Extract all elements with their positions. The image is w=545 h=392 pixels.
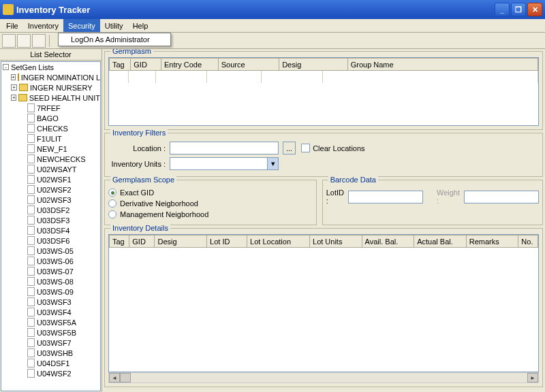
list-selector-pane: List Selector -SetGen Lists+INGER NOMINA… (0, 49, 102, 392)
tree-view[interactable]: -SetGen Lists+INGER NOMINATION LIS+INGER… (1, 61, 101, 391)
germ-col-header[interactable]: Source (218, 59, 279, 71)
close-button[interactable]: ✕ (527, 3, 542, 16)
tree-item[interactable]: U03WSF5A (1, 317, 100, 327)
tree-item[interactable]: U03WS-08 (1, 276, 100, 287)
tree-item[interactable]: U03DSF3 (1, 215, 100, 225)
barcode-data-group: Barcode Data LotID : Weight : (322, 180, 543, 225)
tree-item[interactable]: U02WSF2 (1, 184, 100, 195)
tree-item[interactable]: U03WS-07 (1, 266, 100, 276)
radio-exact-gid[interactable] (108, 189, 116, 197)
germplasm-title: Germplasm (110, 49, 153, 55)
horizontal-scrollbar[interactable]: ◄ ► (108, 372, 539, 383)
inv-details-title: Inventory Details (110, 224, 170, 232)
scroll-left-button[interactable]: ◄ (109, 373, 120, 382)
germ-col-header[interactable]: GID (131, 59, 161, 71)
scroll-right-button[interactable]: ► (527, 373, 538, 382)
window-title: Inventory Tracker (16, 5, 493, 15)
menu-logon-admin[interactable]: LogOn As Administrator (59, 33, 170, 46)
menu-help[interactable]: Help (128, 19, 153, 32)
detail-col-header[interactable]: Lot Location (247, 235, 310, 248)
chevron-down-icon[interactable]: ▾ (267, 158, 278, 169)
lotid-input[interactable] (348, 191, 423, 203)
toolbar-button-2[interactable] (17, 34, 31, 48)
inventory-filters-group: Inventory Filters Location : ... Clear L… (104, 133, 543, 177)
germ-col-header[interactable]: Desig (279, 59, 348, 71)
germplasm-scope-group: Germplasm Scope Exact GID Derivative Nei… (104, 180, 317, 225)
tree-folder[interactable]: +INGER NURSERY (1, 82, 100, 93)
germplasm-group: Germplasm TagGIDEntry CodeSourceDesigGro… (104, 51, 543, 130)
title-bar: Inventory Tracker _ ❐ ✕ (0, 0, 545, 19)
app-icon (3, 4, 14, 15)
tree-item[interactable]: F1ULIT (1, 133, 100, 144)
germ-col-header[interactable]: Entry Code (161, 59, 218, 71)
tree-item[interactable]: CHECKS (1, 123, 100, 133)
management-label: Management Neigborhood (120, 210, 208, 218)
tree-root[interactable]: -SetGen Lists (1, 62, 100, 72)
tree-item[interactable]: NEW_F1 (1, 144, 100, 154)
detail-col-header[interactable]: Avail. Bal. (362, 235, 414, 248)
germ-col-header[interactable]: Tag (110, 59, 131, 71)
toolbar-button-3[interactable] (32, 34, 46, 48)
browse-location-button[interactable]: ... (283, 142, 296, 154)
detail-col-header[interactable]: Remarks (466, 235, 518, 248)
radio-derivative[interactable] (108, 199, 116, 208)
tree-item[interactable]: 7RFEF (1, 103, 100, 113)
weight-input[interactable] (464, 191, 539, 203)
menu-bar: File Inventory Security Utility Help Log… (0, 19, 545, 33)
tree-item[interactable]: U03WS-05 (1, 246, 100, 256)
tree-item[interactable]: BAGO (1, 113, 100, 123)
menu-inventory[interactable]: Inventory (23, 19, 63, 32)
tree-item[interactable]: U03DSF6 (1, 235, 100, 246)
scroll-thumb[interactable] (120, 373, 131, 382)
inventory-details-group: Inventory Details TagGIDDesigLot IDLot L… (104, 228, 543, 387)
weight-label: Weight : (423, 189, 464, 205)
radio-management[interactable] (108, 210, 116, 218)
inventory-details-grid[interactable]: TagGIDDesigLot IDLot LocationLot UnitsAv… (108, 234, 539, 372)
lotid-label: LotID : (326, 189, 348, 205)
detail-col-header[interactable]: Tag (110, 235, 129, 248)
tree-item[interactable]: U03WSHB (1, 348, 100, 358)
location-label: Location : (108, 144, 170, 152)
exact-gid-label: Exact GID (120, 189, 154, 197)
tree-item[interactable]: NEWCHECKS (1, 154, 100, 164)
detail-col-header[interactable]: No. (518, 235, 538, 248)
tree-folder[interactable]: +INGER NOMINATION LIS (1, 72, 100, 82)
detail-col-header[interactable]: Lot Units (310, 235, 362, 248)
tree-item[interactable]: U03WSF4 (1, 307, 100, 317)
menu-security[interactable]: Security (63, 19, 100, 32)
detail-col-header[interactable]: Lot ID (207, 235, 247, 248)
tree-item[interactable]: U03WSF7 (1, 338, 100, 348)
list-selector-header: List Selector (0, 49, 102, 61)
clear-locations-checkbox[interactable] (301, 144, 310, 152)
scroll-track[interactable] (131, 373, 527, 382)
tree-item[interactable]: U04DSF1 (1, 358, 100, 368)
tree-item[interactable]: U02WSF3 (1, 195, 100, 205)
clear-locations-label: Clear Locations (313, 144, 364, 152)
location-input[interactable] (170, 142, 279, 154)
tree-item[interactable]: U02WSAYT (1, 164, 100, 174)
inventory-units-combo[interactable]: ▾ (170, 157, 279, 170)
menu-utility[interactable]: Utility (100, 19, 128, 32)
toolbar-separator (49, 35, 50, 47)
germ-scope-title: Germplasm Scope (110, 176, 176, 184)
tree-item[interactable]: U02WSF1 (1, 174, 100, 184)
menu-file[interactable]: File (1, 19, 23, 32)
tree-folder[interactable]: +SEED HEALTH UNIT (1, 93, 100, 103)
germ-col-header[interactable]: Group Name (347, 59, 538, 71)
tree-item[interactable]: U04WSF2 (1, 368, 100, 378)
germplasm-grid[interactable]: TagGIDEntry CodeSourceDesigGroup Name (108, 57, 539, 126)
tree-item[interactable]: U03DSF4 (1, 225, 100, 235)
tree-item[interactable]: U03WS-06 (1, 256, 100, 266)
toolbar-button-1[interactable] (2, 34, 16, 48)
tree-item[interactable]: U03WS-09 (1, 287, 100, 297)
tree-item[interactable]: U03DSF2 (1, 205, 100, 215)
detail-col-header[interactable]: Actual Bal. (414, 235, 467, 248)
detail-col-header[interactable]: GID (129, 235, 155, 248)
tree-item[interactable]: U03WSF5B (1, 327, 100, 338)
tree-item[interactable]: U03WSF3 (1, 297, 100, 307)
maximize-button[interactable]: ❐ (511, 3, 526, 16)
derivative-label: Derivative Neigborhood (120, 199, 198, 208)
inv-filters-title: Inventory Filters (110, 129, 168, 137)
minimize-button[interactable]: _ (495, 3, 510, 16)
detail-col-header[interactable]: Desig (155, 235, 207, 248)
